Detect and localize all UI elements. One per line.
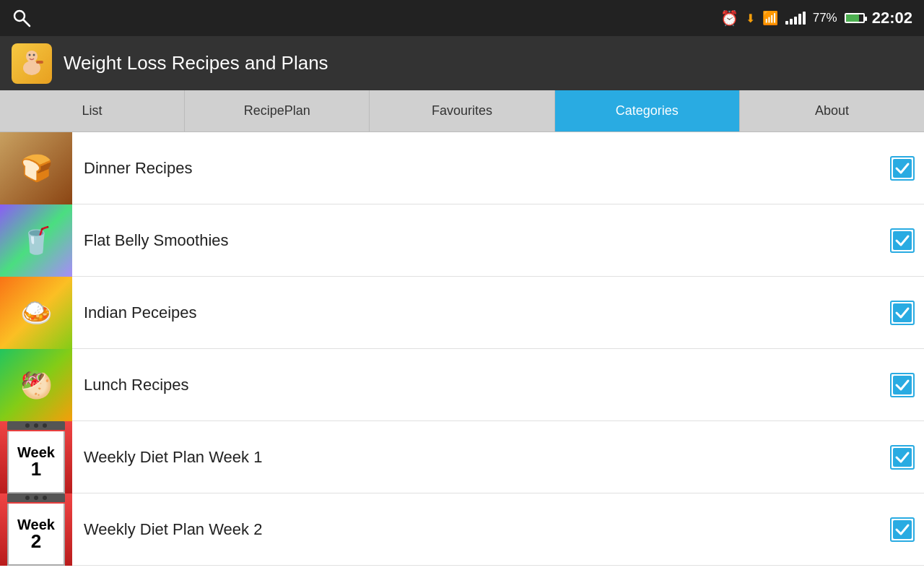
smoothies-art: 🥤 bbox=[0, 204, 72, 277]
category-label-indian: Indian Peceipes bbox=[72, 303, 881, 322]
svg-point-5 bbox=[33, 53, 35, 56]
check-mark-lunch bbox=[893, 376, 912, 394]
wifi-icon: 📶 bbox=[762, 10, 778, 26]
checkbox-icon-indian bbox=[890, 301, 915, 325]
category-thumb-week2: Week 2 bbox=[0, 493, 72, 566]
checkbox-indian[interactable] bbox=[881, 301, 924, 325]
status-left bbox=[12, 8, 32, 28]
tab-categories[interactable]: Categories bbox=[555, 90, 740, 131]
category-thumb-smoothies: 🥤 bbox=[0, 204, 72, 277]
category-thumb-indian: 🍛 bbox=[0, 277, 72, 349]
svg-point-2 bbox=[26, 51, 38, 62]
category-thumb-week1: Week 1 bbox=[0, 421, 72, 493]
week1-badge: Week 1 bbox=[0, 421, 72, 493]
tab-list[interactable]: List bbox=[0, 90, 185, 131]
week2-text: Week bbox=[17, 517, 55, 532]
checkbox-icon-dinner bbox=[890, 156, 915, 181]
tab-recipeplan[interactable]: RecipePlan bbox=[185, 90, 370, 131]
checkbox-week2[interactable] bbox=[881, 517, 924, 542]
battery-percent: 77% bbox=[813, 11, 837, 25]
week1-text: Week bbox=[17, 445, 55, 460]
list-item[interactable]: 🥤 Flat Belly Smoothies bbox=[0, 204, 924, 277]
status-time: 22:02 bbox=[872, 9, 912, 27]
list-item[interactable]: 🍛 Indian Peceipes bbox=[0, 277, 924, 349]
checkbox-icon-smoothies bbox=[890, 228, 915, 253]
list-item[interactable]: 🍞 Dinner Recipes bbox=[0, 132, 924, 204]
status-right: ⏰ ⬇ 📶 77% 22:02 bbox=[720, 9, 912, 27]
tab-about[interactable]: About bbox=[740, 90, 924, 131]
check-mark-week2 bbox=[893, 520, 912, 539]
list-item[interactable]: 🥙 Lunch Recipes bbox=[0, 349, 924, 421]
list-item[interactable]: Week 1 Weekly Diet Plan Week 1 bbox=[0, 421, 924, 493]
category-label-week2: Weekly Diet Plan Week 2 bbox=[72, 520, 881, 539]
checkbox-icon-lunch bbox=[890, 373, 915, 397]
app-title: Weight Loss Recipes and Plans bbox=[64, 52, 328, 74]
week2-badge-top bbox=[7, 493, 65, 502]
checkbox-lunch[interactable] bbox=[881, 373, 924, 397]
week2-badge: Week 2 bbox=[0, 493, 72, 566]
category-list: 🍞 Dinner Recipes 🥤 Flat Belly Smoothies bbox=[0, 132, 924, 566]
status-bar: ⏰ ⬇ 📶 77% 22:02 bbox=[0, 0, 924, 36]
battery-icon bbox=[845, 13, 865, 23]
app-header: Weight Loss Recipes and Plans bbox=[0, 36, 924, 90]
check-mark-week1 bbox=[893, 448, 912, 467]
check-mark-smoothies bbox=[893, 231, 912, 250]
week2-badge-body: Week 2 bbox=[7, 504, 65, 566]
check-mark-indian bbox=[893, 303, 912, 322]
alarm-icon: ⏰ bbox=[720, 9, 738, 27]
tab-favourites[interactable]: Favourites bbox=[370, 90, 554, 131]
lunch-art: 🥙 bbox=[0, 349, 72, 421]
category-thumb-lunch: 🥙 bbox=[0, 349, 72, 421]
download-icon: ⬇ bbox=[746, 12, 755, 25]
list-item[interactable]: Week 2 Weekly Diet Plan Week 2 bbox=[0, 493, 924, 566]
week1-badge-top bbox=[7, 421, 65, 430]
week2-num: 2 bbox=[31, 532, 41, 551]
dinner-art: 🍞 bbox=[0, 132, 72, 204]
checkbox-week1[interactable] bbox=[881, 445, 924, 470]
checkbox-smoothies[interactable] bbox=[881, 228, 924, 253]
svg-line-1 bbox=[24, 20, 30, 27]
app-icon-inner bbox=[12, 43, 52, 84]
week1-num: 1 bbox=[31, 460, 41, 478]
svg-point-4 bbox=[29, 53, 31, 56]
checkbox-icon-week2 bbox=[890, 517, 915, 542]
category-label-dinner: Dinner Recipes bbox=[72, 159, 881, 178]
checkbox-dinner[interactable] bbox=[881, 156, 924, 181]
category-label-week1: Weekly Diet Plan Week 1 bbox=[72, 448, 881, 467]
week1-badge-body: Week 1 bbox=[7, 431, 65, 493]
signal-bars bbox=[785, 12, 806, 25]
tab-bar: List RecipePlan Favourites Categories Ab… bbox=[0, 90, 924, 132]
svg-rect-6 bbox=[36, 61, 43, 64]
check-mark-dinner bbox=[893, 159, 912, 178]
search-icon bbox=[12, 8, 32, 28]
checkbox-icon-week1 bbox=[890, 445, 915, 470]
app-logo-svg bbox=[16, 48, 48, 79]
category-thumb-dinner: 🍞 bbox=[0, 132, 72, 204]
app-icon bbox=[12, 43, 52, 84]
category-label-smoothies: Flat Belly Smoothies bbox=[72, 231, 881, 250]
category-label-lunch: Lunch Recipes bbox=[72, 376, 881, 394]
indian-art: 🍛 bbox=[0, 277, 72, 349]
